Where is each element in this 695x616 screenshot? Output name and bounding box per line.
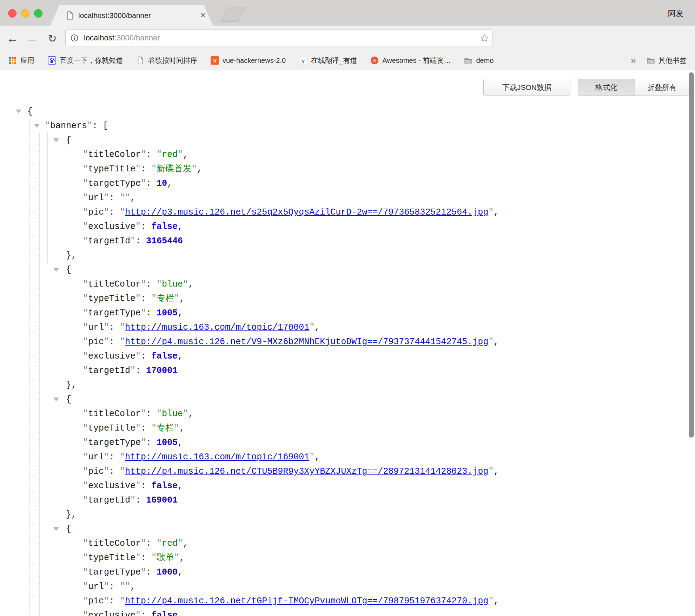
youdao-icon: y [299, 56, 307, 65]
json-line: "url": "", [48, 579, 689, 594]
json-line: "exclusive": false [48, 608, 689, 616]
json-viewer: {"banners": [{"titleColor": "red","typeT… [0, 104, 695, 616]
json-object-block: {"titleColor": "red","typeTitle": "歌单","… [48, 522, 689, 616]
json-line: "exclusive": false, [48, 349, 689, 363]
page-favicon-icon [66, 11, 74, 20]
bookmark-label: 百度一下，你就知道 [60, 56, 123, 65]
view-mode-button-group: 格式化 折叠所有 [578, 79, 689, 96]
bookmark-item[interactable]: 谷歌按时间排序 [136, 56, 197, 65]
bookmark-item[interactable]: AAwesomes - 前端资… [370, 56, 451, 65]
collapse-triangle-icon[interactable] [53, 138, 59, 142]
json-line: "pic": "http://p4.music.126.net/CTU5B9R9… [48, 464, 689, 479]
json-line: "targetId": 170001 [48, 363, 689, 378]
json-line: "typeTitle": "专栏", [48, 291, 689, 306]
profile-name[interactable]: 阿发 [668, 8, 683, 19]
json-line: { [48, 522, 689, 536]
info-circle-icon[interactable] [70, 34, 79, 42]
json-line: { [48, 263, 689, 277]
apps-grid-icon [8, 56, 17, 65]
json-object-block: {"titleColor": "red","typeTitle": "新碟首发"… [48, 133, 689, 263]
window-zoom-button[interactable] [34, 9, 42, 18]
json-line: "titleColor": "blue", [48, 277, 689, 291]
bookmark-item[interactable]: demo [464, 56, 494, 65]
download-json-button[interactable]: 下载JSON数据 [483, 79, 570, 96]
json-line: "targetId": 169001 [48, 493, 689, 507]
window-close-button[interactable] [8, 9, 16, 18]
url-text: localhost:3000/banner [84, 33, 160, 42]
json-link[interactable]: http://p3.music.126.net/s25q2x5QyqsAzilC… [125, 207, 488, 217]
page-icon [136, 56, 145, 65]
json-line: "pic": "http://p4.music.126.net/tGPljf-I… [48, 594, 689, 608]
bookmark-label: vue-hackernews-2.0 [223, 57, 286, 65]
collapse-triangle-icon[interactable] [53, 268, 59, 272]
json-link[interactable]: http://p4.music.126.net/V9-MXz6b2MNhEKju… [125, 337, 488, 347]
json-line: { [48, 133, 689, 148]
json-line: "exclusive": false, [48, 479, 689, 493]
json-line: { [48, 392, 689, 407]
svg-text:V: V [213, 58, 217, 64]
json-line: "targetType": 1000, [48, 565, 689, 579]
collapse-triangle-icon[interactable] [53, 398, 59, 401]
awesomes-icon: A [370, 56, 379, 65]
json-line: { [0, 104, 695, 119]
other-bookmarks-folder[interactable]: 其他书签 [647, 56, 687, 65]
tab-title: localhost:3000/banner [78, 11, 151, 20]
folder-icon [647, 56, 655, 65]
format-button[interactable]: 格式化 [578, 79, 635, 96]
bookmarks-overflow-icon[interactable]: » [631, 55, 636, 66]
bookmark-label: 应用 [20, 56, 34, 65]
json-line: "typeTitle": "新碟首发", [48, 162, 689, 176]
browser-toolbar: ← → ↻ localhost:3000/banner 英enFE [0, 26, 695, 51]
window-minimize-button[interactable] [21, 9, 29, 18]
json-line: "pic": "http://p4.music.126.net/V9-MXz6b… [48, 335, 689, 349]
json-line: "url": "", [48, 191, 689, 205]
json-line: }, [48, 378, 689, 392]
json-line: "targetType": 1005, [48, 435, 689, 450]
json-line: "banners": [ [0, 119, 695, 133]
bookmark-item[interactable]: 应用 [8, 56, 34, 65]
bookmark-label: demo [476, 57, 494, 65]
json-line: "typeTitle": "歌单", [48, 551, 689, 565]
back-arrow-icon[interactable]: ← [4, 26, 20, 51]
json-line: "targetId": 3165446 [48, 234, 689, 248]
bookmark-label: 在线翻译_有道 [311, 56, 357, 65]
json-link[interactable]: http://p4.music.126.net/CTU5B9R9y3XyYBZX… [125, 466, 488, 477]
new-tab-button[interactable] [220, 7, 246, 22]
forward-arrow-icon[interactable]: → [24, 26, 40, 51]
vue-orange-icon: V [211, 56, 219, 65]
json-link[interactable]: http://p4.music.126.net/tGPljf-IMOCyPvum… [125, 596, 488, 606]
other-bookmarks-label: 其他书签 [658, 56, 687, 65]
json-line: "url": "http://music.163.com/m/topic/170… [48, 320, 689, 335]
bookmark-label: Awesomes - 前端资… [382, 56, 451, 65]
json-line: "exclusive": false, [48, 219, 689, 234]
svg-text:y: y [302, 57, 305, 64]
reload-icon[interactable]: ↻ [44, 26, 60, 51]
json-line: "typeTitle": "专栏", [48, 421, 689, 435]
bookmark-star-icon[interactable] [480, 33, 489, 42]
collapse-triangle-icon[interactable] [53, 527, 59, 531]
json-line: }, [48, 507, 689, 522]
json-link[interactable]: http://music.163.com/m/topic/169001 [125, 452, 309, 462]
baidu-paw-icon [48, 56, 56, 65]
address-bar[interactable]: localhost:3000/banner [65, 30, 493, 46]
folder-icon [464, 56, 472, 65]
bookmark-label: 谷歌按时间排序 [148, 56, 197, 65]
json-line: "titleColor": "red", [48, 148, 689, 162]
bookmark-item[interactable]: 百度一下，你就知道 [48, 56, 123, 65]
svg-text:A: A [373, 58, 376, 63]
vertical-scrollbar-thumb[interactable] [689, 72, 694, 438]
collapse-triangle-icon[interactable] [34, 124, 40, 128]
json-object-block: {"titleColor": "blue","typeTitle": "专栏",… [48, 392, 689, 522]
collapse-triangle-icon[interactable] [16, 110, 21, 113]
bookmark-item[interactable]: Vvue-hackernews-2.0 [211, 56, 286, 65]
bookmark-item[interactable]: y在线翻译_有道 [299, 56, 357, 65]
json-line: "targetType": 10, [48, 176, 689, 191]
collapse-all-button[interactable]: 折叠所有 [635, 79, 689, 96]
json-link[interactable]: http://music.163.com/m/topic/170001 [125, 322, 309, 333]
bookmarks-bar: 应用百度一下，你就知道谷歌按时间排序Vvue-hackernews-2.0y在线… [0, 51, 695, 70]
json-line: "url": "http://music.163.com/m/topic/169… [48, 450, 689, 464]
browser-tab[interactable]: localhost:3000/banner × [50, 5, 213, 26]
json-line: }, [48, 248, 689, 263]
tab-close-icon[interactable]: × [200, 10, 206, 21]
json-line: "pic": "http://p3.music.126.net/s25q2x5Q… [48, 205, 689, 219]
